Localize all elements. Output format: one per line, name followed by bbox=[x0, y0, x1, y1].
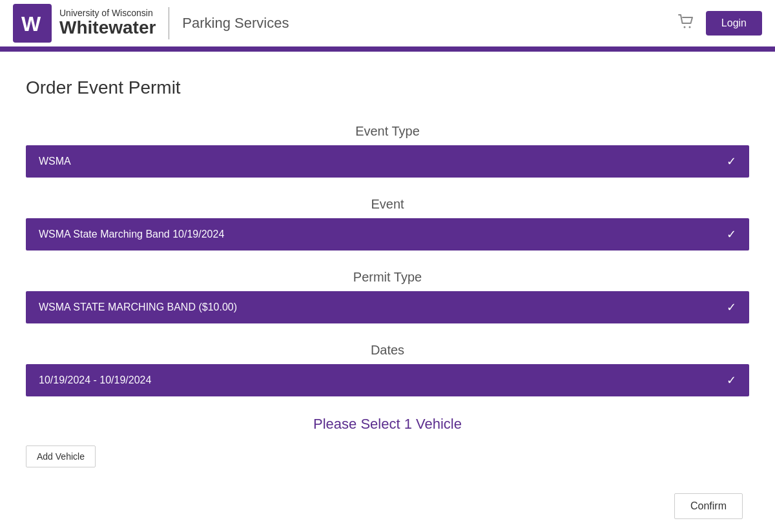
cart-icon[interactable] bbox=[677, 13, 696, 34]
uw-logo-icon: W bbox=[19, 10, 45, 36]
confirm-area: Confirm bbox=[26, 493, 749, 519]
header-left: W University of Wisconsin Whitewater Par… bbox=[13, 4, 289, 43]
header-right: Login bbox=[677, 11, 762, 36]
svg-point-1 bbox=[683, 26, 685, 28]
vehicle-prompt: Please Select 1 Vehicle bbox=[26, 416, 749, 433]
university-top-line: University of Wisconsin bbox=[59, 8, 156, 18]
parking-services-label: Parking Services bbox=[182, 15, 289, 32]
event-checkmark: ✓ bbox=[727, 227, 736, 241]
login-button[interactable]: Login bbox=[706, 11, 762, 36]
add-vehicle-button[interactable]: Add Vehicle bbox=[26, 445, 96, 467]
page-title: Order Event Permit bbox=[26, 77, 749, 98]
confirm-button[interactable]: Confirm bbox=[674, 493, 743, 519]
header-divider bbox=[169, 7, 169, 39]
event-section: Event WSMA State Marching Band 10/19/202… bbox=[26, 197, 749, 251]
dates-dropdown[interactable]: 10/19/2024 - 10/19/2024 ✓ bbox=[26, 364, 749, 396]
university-bottom-line: Whitewater bbox=[59, 18, 156, 38]
event-label: Event bbox=[26, 197, 749, 212]
event-type-checkmark: ✓ bbox=[727, 154, 736, 169]
event-type-value: WSMA bbox=[39, 156, 71, 167]
event-type-section: Event Type WSMA ✓ bbox=[26, 124, 749, 178]
dates-checkmark: ✓ bbox=[727, 373, 736, 387]
dates-label: Dates bbox=[26, 343, 749, 358]
svg-point-2 bbox=[688, 26, 690, 28]
permit-type-checkmark: ✓ bbox=[727, 300, 736, 314]
permit-type-value: WSMA STATE MARCHING BAND ($10.00) bbox=[39, 302, 237, 313]
permit-type-section: Permit Type WSMA STATE MARCHING BAND ($1… bbox=[26, 270, 749, 323]
event-type-label: Event Type bbox=[26, 124, 749, 139]
main-content: Order Event Permit Event Type WSMA ✓ Eve… bbox=[0, 52, 775, 532]
dates-section: Dates 10/19/2024 - 10/19/2024 ✓ bbox=[26, 343, 749, 396]
uw-logo: W bbox=[13, 4, 52, 43]
logo-area: W University of Wisconsin Whitewater bbox=[13, 4, 156, 43]
dates-value: 10/19/2024 - 10/19/2024 bbox=[39, 374, 151, 386]
site-header: W University of Wisconsin Whitewater Par… bbox=[0, 0, 775, 52]
event-value: WSMA State Marching Band 10/19/2024 bbox=[39, 229, 224, 240]
event-type-dropdown[interactable]: WSMA ✓ bbox=[26, 145, 749, 178]
event-dropdown[interactable]: WSMA State Marching Band 10/19/2024 ✓ bbox=[26, 218, 749, 251]
university-name: University of Wisconsin Whitewater bbox=[59, 8, 156, 38]
svg-text:W: W bbox=[21, 12, 41, 36]
permit-type-label: Permit Type bbox=[26, 270, 749, 285]
permit-type-dropdown[interactable]: WSMA STATE MARCHING BAND ($10.00) ✓ bbox=[26, 291, 749, 323]
